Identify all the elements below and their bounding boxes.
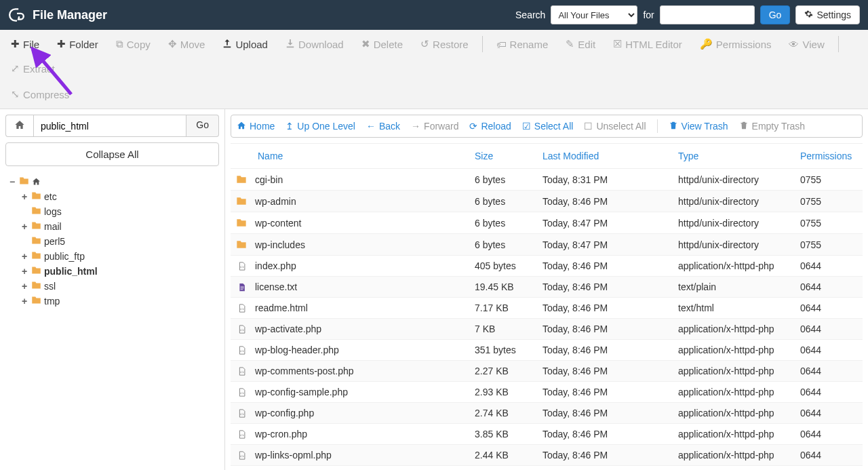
- rename-icon: 🏷: [496, 39, 507, 50]
- move-button[interactable]: ✥Move: [161, 33, 212, 56]
- col-name[interactable]: Name: [231, 144, 469, 169]
- select-all-button[interactable]: ☑Select All: [522, 121, 574, 132]
- table-row[interactable]: wp-load.php3.81 KBToday, 8:46 PMapplicat…: [231, 466, 863, 471]
- file-permissions: 0644: [795, 361, 863, 382]
- code-file-icon: [236, 324, 247, 334]
- file-size: 19.45 KB: [469, 277, 537, 298]
- tree-node[interactable]: perl5: [8, 234, 220, 249]
- tree-node[interactable]: ssl: [8, 279, 220, 294]
- download-button[interactable]: Download: [279, 33, 351, 56]
- tree-toggle-icon[interactable]: [20, 191, 28, 202]
- col-size[interactable]: Size: [469, 144, 537, 169]
- new-folder-button[interactable]: ✚Folder: [50, 33, 105, 56]
- file-modified: Today, 8:31 PM: [537, 169, 673, 191]
- tree-node[interactable]: mail: [8, 219, 220, 234]
- unselect-all-button[interactable]: ☐Unselect All: [584, 121, 646, 132]
- view-button[interactable]: 👁View: [782, 33, 831, 56]
- code-file-icon: [236, 345, 247, 355]
- table-row[interactable]: index.php405 bytesToday, 8:46 PMapplicat…: [231, 256, 863, 277]
- table-row[interactable]: wp-activate.php7 KBToday, 8:46 PMapplica…: [231, 319, 863, 340]
- tree-node[interactable]: logs: [8, 204, 220, 219]
- tree-node[interactable]: public_ftp: [8, 249, 220, 264]
- tree-toggle-icon[interactable]: [20, 281, 28, 292]
- tree-toggle-icon[interactable]: [20, 266, 28, 277]
- table-row[interactable]: wp-includes6 bytesToday, 8:47 PMhttpd/un…: [231, 234, 863, 256]
- file-size: 2.27 KB: [469, 361, 537, 382]
- file-size: 3.85 KB: [469, 424, 537, 445]
- file-type: application/x-httpd-php: [673, 256, 795, 277]
- html-editor-icon: ☒: [613, 38, 622, 50]
- col-permissions[interactable]: Permissions: [795, 144, 863, 169]
- tree-label: mail: [44, 221, 62, 232]
- table-row[interactable]: wp-content6 bytesToday, 8:47 PMhttpd/uni…: [231, 212, 863, 234]
- tree-node[interactable]: etc: [8, 189, 220, 204]
- tree-toggle-icon[interactable]: [20, 296, 28, 307]
- file-name: wp-activate.php: [255, 324, 321, 334]
- file-modified: Today, 8:46 PM: [537, 382, 673, 403]
- forward-button[interactable]: →Forward: [411, 121, 458, 132]
- table-row[interactable]: wp-admin6 bytesToday, 8:46 PMhttpd/unix-…: [231, 191, 863, 212]
- collapse-all-button[interactable]: Collapse All: [5, 142, 219, 166]
- upload-button[interactable]: Upload: [216, 33, 275, 56]
- view-trash-button[interactable]: View Trash: [669, 121, 728, 132]
- reload-button[interactable]: ⟳Reload: [469, 121, 511, 132]
- compress-button[interactable]: ⤡Compress: [4, 83, 76, 106]
- delete-button[interactable]: ✖Delete: [355, 33, 410, 56]
- tree-node[interactable]: [8, 174, 220, 189]
- empty-trash-button[interactable]: Empty Trash: [739, 121, 806, 132]
- trash-icon: [739, 121, 749, 132]
- file-size: 6 bytes: [469, 212, 537, 234]
- path-input[interactable]: [33, 115, 186, 137]
- file-table-wrap[interactable]: Name Size Last Modified Type Permissions…: [231, 143, 863, 470]
- table-row[interactable]: wp-links-opml.php2.44 KBToday, 8:46 PMap…: [231, 445, 863, 466]
- back-button[interactable]: ←Back: [366, 121, 400, 132]
- table-row[interactable]: wp-cron.php3.85 KBToday, 8:46 PMapplicat…: [231, 424, 863, 445]
- settings-button[interactable]: Settings: [795, 5, 860, 24]
- file-modified: Today, 8:46 PM: [537, 319, 673, 340]
- file-size: 3.81 KB: [469, 466, 537, 471]
- upload-icon: [222, 39, 232, 50]
- search-scope-select[interactable]: All Your Files: [551, 5, 637, 24]
- permissions-button[interactable]: 🔑Permissions: [693, 33, 778, 56]
- search-go-button[interactable]: Go: [760, 5, 791, 24]
- tree-node[interactable]: public_html: [8, 264, 220, 279]
- extract-button[interactable]: ⤢Extract: [4, 57, 62, 80]
- file-name: wp-cron.php: [255, 429, 307, 439]
- tree-toggle-icon[interactable]: [20, 251, 28, 262]
- table-row[interactable]: cgi-bin6 bytesToday, 8:31 PMhttpd/unix-d…: [231, 169, 863, 191]
- folder-icon: [31, 235, 41, 248]
- rename-button[interactable]: 🏷Rename: [490, 33, 555, 56]
- table-row[interactable]: wp-config-sample.php2.93 KBToday, 8:46 P…: [231, 382, 863, 403]
- col-modified[interactable]: Last Modified: [537, 144, 673, 169]
- file-name: wp-admin: [255, 196, 296, 207]
- tree-toggle-icon[interactable]: [20, 221, 28, 232]
- tree-toggle-icon[interactable]: [8, 176, 16, 187]
- html-editor-button[interactable]: ☒HTML Editor: [606, 33, 689, 56]
- path-home-button[interactable]: [5, 115, 33, 137]
- folder-icon: [31, 220, 41, 233]
- table-row[interactable]: readme.html7.17 KBToday, 8:46 PMtext/htm…: [231, 298, 863, 319]
- table-row[interactable]: wp-config.php2.74 KBToday, 8:46 PMapplic…: [231, 403, 863, 424]
- home-button[interactable]: Home: [237, 121, 275, 132]
- restore-icon: ↺: [420, 38, 429, 50]
- restore-button[interactable]: ↺Restore: [414, 33, 475, 56]
- file-size: 6 bytes: [469, 169, 537, 191]
- right-arrow-icon: →: [411, 121, 420, 132]
- plus-icon: ✚: [57, 38, 66, 50]
- left-arrow-icon: ←: [366, 121, 376, 132]
- up-one-level-button[interactable]: ↥Up One Level: [285, 121, 355, 132]
- table-row[interactable]: wp-blog-header.php351 bytesToday, 8:46 P…: [231, 340, 863, 361]
- copy-button[interactable]: ⧉Copy: [109, 33, 157, 56]
- toolbar-separator: [838, 36, 839, 52]
- file-type: text/plain: [673, 277, 795, 298]
- path-go-button[interactable]: Go: [186, 115, 219, 137]
- search-input[interactable]: [660, 5, 755, 24]
- file-size: 405 bytes: [469, 256, 537, 277]
- table-row[interactable]: license.txt19.45 KBToday, 8:46 PMtext/pl…: [231, 277, 863, 298]
- col-type[interactable]: Type: [673, 144, 795, 169]
- new-file-button[interactable]: ✚File: [4, 33, 46, 56]
- edit-button[interactable]: ✎Edit: [559, 33, 602, 56]
- table-row[interactable]: wp-comments-post.php2.27 KBToday, 8:46 P…: [231, 361, 863, 382]
- tree-node[interactable]: tmp: [8, 294, 220, 309]
- up-arrow-icon: ↥: [285, 121, 294, 132]
